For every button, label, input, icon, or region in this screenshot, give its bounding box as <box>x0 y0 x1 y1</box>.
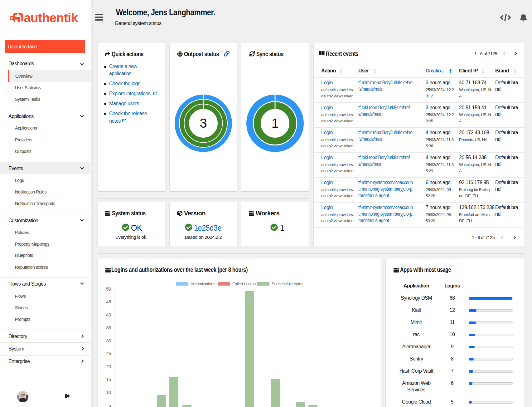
svg-text:authentik: authentik <box>24 11 78 25</box>
